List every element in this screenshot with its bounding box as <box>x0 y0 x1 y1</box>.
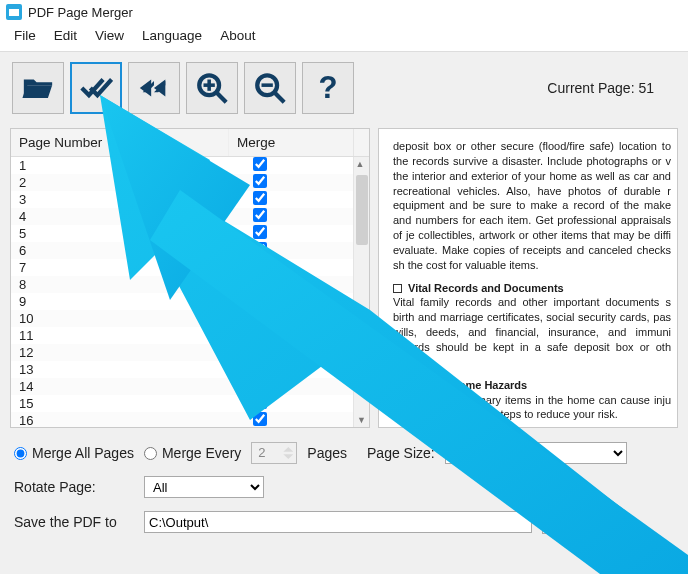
table-row[interactable]: 1 <box>11 157 369 174</box>
table-row[interactable]: 4 <box>11 208 369 225</box>
menu-view[interactable]: View <box>95 28 124 43</box>
open-button[interactable] <box>12 62 64 114</box>
scroll-thumb[interactable] <box>356 175 368 245</box>
page-size-select[interactable]: A4 <box>445 442 627 464</box>
merge-checkbox[interactable] <box>253 293 267 307</box>
merge-checkbox[interactable] <box>253 361 267 375</box>
svg-line-1 <box>216 92 226 102</box>
menu-edit[interactable]: Edit <box>54 28 77 43</box>
merge-checkbox[interactable] <box>253 259 267 273</box>
table-row[interactable]: 3 <box>11 191 369 208</box>
section-body: Vital family records and other important… <box>393 296 671 367</box>
table-row[interactable]: 10 <box>11 310 369 327</box>
browse-button[interactable]: Browse <box>542 510 611 534</box>
merge-checkbox[interactable] <box>253 310 267 324</box>
col-merge[interactable]: Merge <box>229 129 353 156</box>
merge-cell <box>229 293 369 310</box>
undo-button[interactable] <box>128 62 180 114</box>
scroll-up-icon[interactable]: ▲ <box>356 157 368 171</box>
page-rows: 12345678910111213141516 ▲ ▼ <box>11 157 369 427</box>
page-number-cell: 10 <box>11 311 229 326</box>
page-number-cell: 2 <box>11 175 229 190</box>
open-folder-icon <box>21 71 55 105</box>
merge-checkbox[interactable] <box>253 157 267 171</box>
table-row[interactable]: 13 <box>11 361 369 378</box>
page-number-cell: 9 <box>11 294 229 309</box>
merge-checkbox[interactable] <box>253 191 267 205</box>
table-row[interactable]: 16 <box>11 412 369 427</box>
col-page-number[interactable]: Page Number <box>11 129 229 156</box>
merge-mode-row: Merge All Pages Merge Every 2 Pages Page… <box>14 442 674 464</box>
svg-line-5 <box>274 92 284 102</box>
scroll-down-icon[interactable]: ▼ <box>357 413 366 427</box>
merge-cell <box>229 344 369 361</box>
check-all-button[interactable] <box>70 62 122 114</box>
merge-checkbox[interactable] <box>253 208 267 222</box>
merge-cell <box>229 225 369 242</box>
table-row[interactable]: 6 <box>11 242 369 259</box>
toolbar: ? <box>12 62 354 114</box>
current-page-value: 51 <box>638 80 654 96</box>
merge-checkbox[interactable] <box>253 242 267 256</box>
page-number-cell: 13 <box>11 362 229 377</box>
save-path-input[interactable] <box>144 511 532 533</box>
merge-checkbox[interactable] <box>253 225 267 239</box>
pages-word: Pages <box>307 445 347 461</box>
merge-cell <box>229 327 369 344</box>
merge-cell <box>229 395 369 412</box>
merge-all-input[interactable] <box>14 447 27 460</box>
merge-checkbox[interactable] <box>253 412 267 426</box>
menubar: File Edit View Language About <box>0 24 688 52</box>
zoom-in-icon <box>195 71 229 105</box>
preview-section-3: Reduce Home HazardsIn a disaster, ordina… <box>393 378 671 423</box>
menu-about[interactable]: About <box>220 28 255 43</box>
table-row[interactable]: 15 <box>11 395 369 412</box>
merge-every-label: Merge Every <box>162 445 241 461</box>
table-row[interactable]: 11 <box>11 327 369 344</box>
merge-every-input[interactable] <box>144 447 157 460</box>
merge-checkbox[interactable] <box>253 344 267 358</box>
table-row[interactable]: 5 <box>11 225 369 242</box>
merge-cell <box>229 412 369 427</box>
merge-cell <box>229 361 369 378</box>
merge-every-spinner[interactable]: 2 <box>251 442 297 464</box>
page-number-cell: 6 <box>11 243 229 258</box>
menu-language[interactable]: Language <box>142 28 202 43</box>
merge-checkbox[interactable] <box>253 395 267 409</box>
page-number-cell: 7 <box>11 260 229 275</box>
zoom-out-icon <box>253 71 287 105</box>
table-row[interactable]: 2 <box>11 174 369 191</box>
merge-checkbox[interactable] <box>253 276 267 290</box>
options-area: Merge All Pages Merge Every 2 Pages Page… <box>0 434 688 534</box>
page-number-cell: 12 <box>11 345 229 360</box>
rotate-select[interactable]: All <box>144 476 264 498</box>
merge-all-label: Merge All Pages <box>32 445 134 461</box>
current-page-label: Current Page: 51 <box>547 80 676 96</box>
table-row[interactable]: 14 <box>11 378 369 395</box>
merge-checkbox[interactable] <box>253 174 267 188</box>
page-list-panel: Page Number Merge 1234567891011121314151… <box>10 128 370 428</box>
document-preview: deposit box or other secure (flood/fire … <box>393 139 671 428</box>
page-number-cell: 4 <box>11 209 229 224</box>
help-icon: ? <box>311 71 345 105</box>
undo-icon <box>137 71 171 105</box>
preview-para-1: deposit box or other secure (flood/fire … <box>393 139 671 273</box>
help-button[interactable]: ? <box>302 62 354 114</box>
zoom-out-button[interactable] <box>244 62 296 114</box>
table-row[interactable]: 12 <box>11 344 369 361</box>
table-row[interactable]: 7 <box>11 259 369 276</box>
merge-cell <box>229 259 369 276</box>
preview-section-2: Vital Records and DocumentsVital family … <box>393 281 671 370</box>
titlebar: PDF Page Merger <box>0 0 688 24</box>
table-row[interactable]: 9 <box>11 293 369 310</box>
merge-all-radio[interactable]: Merge All Pages <box>14 445 134 461</box>
merge-checkbox[interactable] <box>253 327 267 341</box>
merge-checkbox[interactable] <box>253 378 267 392</box>
scrollbar[interactable]: ▲ ▼ <box>353 157 369 427</box>
zoom-in-button[interactable] <box>186 62 238 114</box>
menu-file[interactable]: File <box>14 28 36 43</box>
page-number-cell: 3 <box>11 192 229 207</box>
merge-every-radio[interactable]: Merge Every <box>144 445 241 461</box>
table-row[interactable]: 8 <box>11 276 369 293</box>
col-scroll-header <box>353 129 369 156</box>
